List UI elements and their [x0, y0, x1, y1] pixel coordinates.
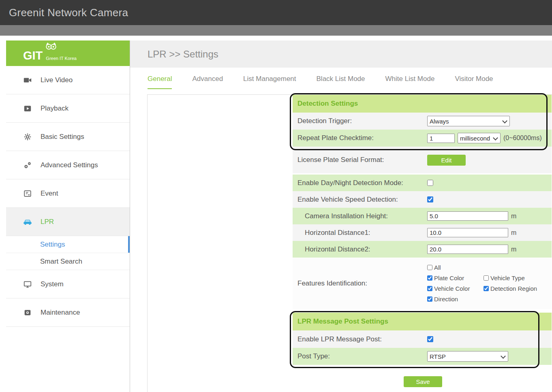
- detection-trigger-select[interactable]: Always: [427, 116, 510, 126]
- features-identification-label: Features Identification:: [293, 279, 427, 288]
- double-gear-icon: [23, 161, 32, 170]
- camera-height-row: Camera Installation Height: m: [293, 208, 552, 224]
- day-night-mode-checkbox[interactable]: [427, 180, 433, 186]
- horizontal-distance2-unit: m: [511, 246, 516, 253]
- sidebar-item-label: Playback: [41, 104, 68, 113]
- save-button[interactable]: Save: [404, 376, 442, 387]
- monitor-icon: [23, 280, 32, 289]
- sidebar-item-playback[interactable]: Playback: [6, 94, 130, 123]
- features-identification-row: Features Identification: AllPlate ColorV…: [293, 258, 552, 309]
- feature-checkbox[interactable]: [427, 275, 432, 281]
- sidebar-item-lpr[interactable]: LPR: [6, 208, 130, 236]
- sidebar-subitem-settings[interactable]: Settings: [6, 236, 130, 253]
- feature-label: Vehicle Color: [434, 285, 470, 292]
- checktime-unit-select-wrap: millisecond: [458, 133, 501, 143]
- camera-height-input[interactable]: [427, 211, 508, 221]
- app-title: Greenit Network Camera: [9, 6, 128, 19]
- sidebar-item-label: Maintenance: [41, 309, 80, 317]
- post-type-select[interactable]: RTSP: [427, 351, 508, 362]
- detection-trigger-row: Detection Trigger: Always: [293, 113, 552, 130]
- repeat-checktime-label: Repeat Plate Checktime:: [293, 134, 427, 142]
- feature-option[interactable]: Plate Color: [427, 275, 484, 281]
- tab-advanced[interactable]: Advanced: [192, 75, 223, 89]
- camera-height-label: Camera Installation Height:: [293, 212, 427, 220]
- tab-white-list-mode[interactable]: White List Mode: [385, 75, 435, 89]
- save-row: Save: [293, 376, 552, 387]
- feature-checkbox[interactable]: [484, 286, 489, 291]
- sidebar-item-basic-settings[interactable]: Basic Settings: [6, 123, 130, 151]
- owl-logo-icon: [45, 43, 57, 50]
- horizontal-distance1-unit: m: [511, 229, 516, 236]
- page-title: LPR >> Settings: [148, 49, 218, 60]
- sidebar-subitem-smart-search[interactable]: Smart Search: [6, 253, 130, 270]
- main-content: LPR >> Settings General Advanced List Ma…: [130, 40, 552, 392]
- detection-trigger-label: Detection Trigger:: [293, 117, 427, 125]
- horizontal-distance2-row: Horizontal Distance2: m: [293, 241, 552, 258]
- camera-box-icon: [23, 308, 32, 317]
- feature-checkbox[interactable]: [427, 296, 432, 302]
- horizontal-distance2-label: Horizontal Distance2:: [293, 245, 427, 254]
- speed-detection-row: Enable Vehicle Speed Detection:: [293, 191, 552, 208]
- camera-height-unit: m: [511, 213, 516, 220]
- tab-visitor-mode[interactable]: Visitor Mode: [455, 75, 493, 89]
- feature-label: Detection Region: [490, 285, 537, 292]
- section-gap: [293, 309, 552, 313]
- sidebar-subitem-label: Settings: [40, 241, 65, 249]
- breadcrumb: LPR >> Settings: [130, 40, 552, 68]
- logo: GIT Green IT Korea: [6, 40, 130, 66]
- speed-detection-label: Enable Vehicle Speed Detection:: [293, 196, 427, 204]
- tab-bar: General Advanced List Management Black L…: [130, 75, 552, 89]
- edit-button[interactable]: Edit: [427, 155, 466, 166]
- post-type-row: Post Type: RTSP: [293, 348, 552, 365]
- day-night-mode-label: Enable Day/Night Detection Mode:: [293, 179, 427, 187]
- tab-black-list-mode[interactable]: Black List Mode: [317, 75, 365, 89]
- detection-trigger-select-wrap: Always: [427, 116, 510, 126]
- feature-option[interactable]: Vehicle Type: [484, 275, 552, 281]
- sidebar-item-label: LPR: [41, 218, 54, 226]
- feature-option[interactable]: Detection Region: [484, 285, 552, 292]
- lpr-message-post-header: LPR Message Post Settings: [293, 313, 552, 330]
- section-title: LPR Message Post Settings: [297, 317, 388, 326]
- tab-general[interactable]: General: [148, 75, 172, 89]
- enable-lpr-post-checkbox[interactable]: [427, 336, 433, 342]
- sidebar-item-system[interactable]: System: [6, 270, 130, 298]
- sidebar-item-event[interactable]: Event: [6, 179, 130, 208]
- features-grid: AllPlate ColorVehicle TypeVehicle ColorD…: [427, 264, 552, 303]
- tab-list-management[interactable]: List Management: [243, 75, 296, 89]
- settings-form: Detection Settings Detection Trigger: Al…: [293, 95, 552, 387]
- sidebar-item-maintenance[interactable]: Maintenance: [6, 298, 130, 327]
- sidebar-item-live-video[interactable]: Live Video: [6, 66, 130, 94]
- content-panel: Detection Settings Detection Trigger: Al…: [147, 94, 552, 392]
- sub-header-bar: [0, 25, 552, 36]
- sidebar-item-label: Event: [41, 190, 58, 198]
- video-camera-icon: [23, 76, 32, 85]
- checktime-unit-select[interactable]: millisecond: [458, 133, 501, 143]
- speed-detection-checkbox[interactable]: [427, 196, 433, 202]
- sidebar: GIT Green IT Korea Live Video Playback: [6, 40, 130, 392]
- feature-checkbox[interactable]: [484, 275, 489, 281]
- sidebar-item-advanced-settings[interactable]: Advanced Settings: [6, 151, 130, 179]
- event-icon: [23, 189, 32, 198]
- feature-option[interactable]: Vehicle Color: [427, 285, 484, 292]
- sidebar-item-label: System: [41, 280, 64, 288]
- feature-label: Vehicle Type: [490, 275, 525, 281]
- license-serial-format-label: License Plate Serial Format:: [293, 156, 427, 164]
- logo-subtitle: Green IT Korea: [46, 56, 77, 61]
- playback-icon: [23, 104, 32, 113]
- feature-option[interactable]: Direction: [427, 296, 484, 303]
- app-title-bar: Greenit Network Camera: [0, 0, 552, 25]
- feature-checkbox[interactable]: [427, 265, 432, 270]
- repeat-checktime-row: Repeat Plate Checktime: millisecond (0~6…: [293, 130, 552, 147]
- feature-checkbox[interactable]: [427, 286, 432, 291]
- sidebar-subitem-label: Smart Search: [40, 258, 82, 266]
- section-title: Detection Settings: [297, 100, 358, 108]
- day-night-mode-row: Enable Day/Night Detection Mode:: [293, 175, 552, 191]
- post-type-label: Post Type:: [293, 352, 427, 360]
- checktime-range-hint: (0~60000ms): [503, 134, 542, 142]
- feature-option[interactable]: All: [427, 264, 552, 271]
- repeat-checktime-input[interactable]: [427, 134, 455, 143]
- detection-settings-header: Detection Settings: [293, 95, 552, 113]
- horizontal-distance1-input[interactable]: [427, 228, 508, 237]
- horizontal-distance2-input[interactable]: [427, 245, 508, 254]
- gear-icon: [23, 132, 32, 141]
